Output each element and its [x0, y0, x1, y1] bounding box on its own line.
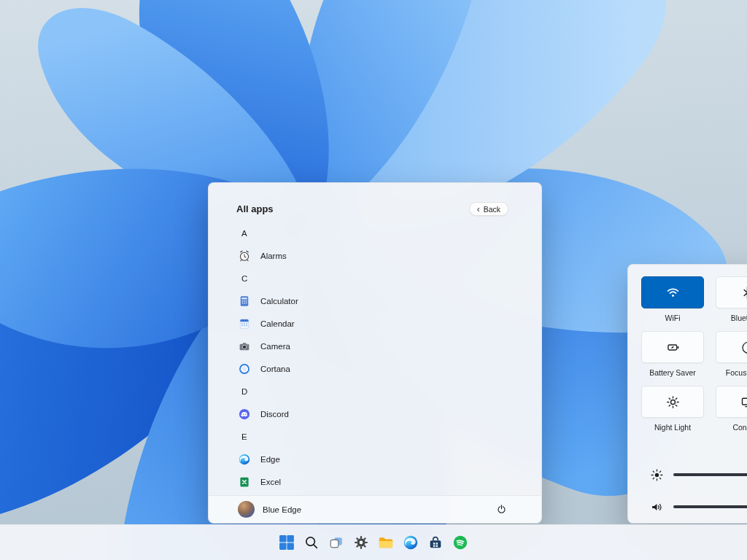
focus-assist-tile[interactable] [716, 331, 747, 363]
quick-setting-battery-saver: Battery Saver [641, 331, 704, 377]
task-view-button[interactable] [327, 528, 346, 557]
app-section-letter-a[interactable]: A [236, 222, 541, 244]
file-explorer-button[interactable] [376, 528, 395, 557]
app-item-excel[interactable]: Excel [236, 470, 541, 493]
app-item-label: Calculator [260, 297, 298, 306]
calendar-icon [238, 317, 251, 330]
quick-settings-panel: WiFi Bluetooth Battery Saver [627, 264, 747, 524]
search-button[interactable] [302, 528, 321, 557]
tile-label: Night Light [641, 423, 704, 432]
quick-settings-grid: WiFi Bluetooth Battery Saver [641, 276, 747, 432]
quick-setting-night-light: Night Light [641, 386, 704, 432]
app-section-letter-e[interactable]: E [236, 425, 541, 448]
bluetooth-icon [740, 285, 747, 300]
power-button[interactable] [492, 500, 511, 519]
store-icon [427, 534, 444, 551]
power-icon [495, 503, 508, 516]
app-item-calendar[interactable]: Calendar [236, 312, 541, 335]
wifi-tile[interactable] [641, 276, 704, 308]
connect-icon [740, 394, 747, 410]
section-letter-label: A [241, 229, 247, 238]
app-item-calculator[interactable]: Calculator [236, 289, 541, 312]
camera-icon [238, 340, 251, 353]
start-button[interactable] [277, 528, 296, 557]
connect-tile[interactable] [716, 386, 747, 418]
brightness-slider[interactable] [673, 473, 747, 476]
app-section-letter-d[interactable]: D [236, 380, 541, 402]
quick-setting-bluetooth: Bluetooth [716, 276, 747, 322]
taskbar [0, 524, 747, 560]
settings-button[interactable] [352, 528, 371, 557]
user-profile-button[interactable]: Blue Edge [238, 501, 301, 518]
app-item-edge[interactable]: Edge [236, 448, 541, 470]
spotify-icon [452, 534, 468, 551]
chevron-left-icon: ‹ [477, 206, 480, 213]
brightness-slider-row [650, 468, 747, 481]
battery-saver-icon [665, 340, 681, 355]
app-item-cortana[interactable]: Cortana [236, 357, 541, 380]
quick-setting-connect: Connect [716, 386, 747, 432]
edge-icon [238, 453, 251, 466]
excel-icon [238, 475, 251, 489]
bluetooth-tile[interactable] [716, 276, 747, 308]
all-apps-title: All apps [236, 203, 274, 214]
start-menu-footer: Blue Edge [209, 495, 541, 523]
tile-label: Battery Saver [641, 368, 704, 377]
gear-icon [353, 534, 369, 551]
focus-assist-icon [740, 340, 747, 355]
cortana-icon [238, 362, 251, 376]
all-apps-header: All apps ‹ Back [209, 183, 541, 217]
brightness-icon [650, 468, 664, 482]
user-name: Blue Edge [263, 505, 301, 514]
back-button-label: Back [484, 205, 500, 214]
quick-setting-focus-assist: Focus assist [716, 331, 747, 377]
volume-slider-row [650, 500, 747, 513]
app-item-label: Camera [260, 342, 290, 351]
section-letter-label: D [241, 387, 247, 396]
section-letter-label: E [241, 432, 247, 441]
tile-label: WiFi [641, 314, 704, 322]
tile-label: Bluetooth [716, 314, 747, 322]
quick-setting-wifi: WiFi [641, 276, 704, 322]
app-item-label: Discord [260, 410, 289, 419]
edge-icon [403, 534, 419, 551]
edge-button[interactable] [401, 528, 420, 557]
battery-saver-icon-tile[interactable] [641, 331, 704, 363]
folder-icon [378, 534, 394, 551]
wifi-icon [665, 285, 681, 300]
spotify-button[interactable] [451, 528, 470, 557]
app-item-label: Calendar [260, 319, 295, 328]
search-icon [303, 534, 320, 551]
volume-slider[interactable] [673, 505, 747, 508]
user-avatar [238, 501, 255, 518]
back-button[interactable]: ‹ Back [469, 202, 508, 216]
start-menu-all-apps-panel: All apps ‹ Back A Alarms C Calculator [208, 182, 542, 524]
task-view-icon [328, 534, 344, 551]
app-item-label: Edge [260, 455, 280, 464]
tile-label: Connect [716, 423, 747, 432]
app-item-label: Alarms [260, 252, 287, 260]
calculator-icon [238, 295, 251, 308]
night-light-tile[interactable] [641, 386, 704, 418]
app-section-letter-c[interactable]: C [236, 267, 541, 289]
app-item-camera[interactable]: Camera [236, 335, 541, 357]
night-light-icon [665, 394, 681, 410]
section-letter-label: C [241, 274, 247, 283]
app-item-label: Cortana [260, 365, 290, 373]
alarms-icon [238, 249, 251, 262]
store-button[interactable] [426, 528, 445, 557]
app-item-label: Excel [260, 478, 281, 486]
discord-icon [238, 408, 251, 421]
desktop: All apps ‹ Back A Alarms C Calculator [0, 0, 747, 560]
app-item-alarms[interactable]: Alarms [236, 244, 541, 267]
windows-start-icon [279, 534, 295, 551]
all-apps-list: A Alarms C Calculator Calendar [209, 217, 541, 495]
app-item-discord[interactable]: Discord [236, 402, 541, 425]
volume-icon [650, 500, 664, 514]
tile-label: Focus assist [716, 368, 747, 377]
